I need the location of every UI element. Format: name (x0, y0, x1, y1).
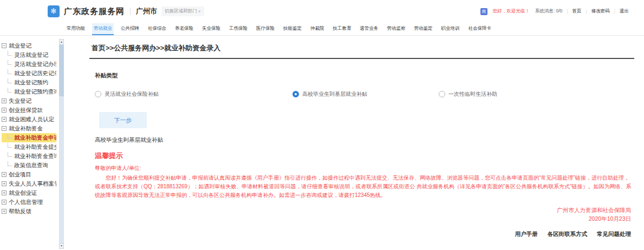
nav-item-7[interactable]: 工伤保险 (227, 23, 249, 35)
footer-link-3[interactable]: 常见问题处理 (597, 231, 631, 237)
sidebar-tree: −就业登记灵活就业登记灵活就业登记办理结果就业登记历史记录就业登记预约就业登记预… (2, 41, 65, 216)
nav-item-4[interactable]: 社保综合 (146, 23, 168, 35)
footer-link-2[interactable]: 各区街联系方式 (548, 231, 588, 237)
nav-item-11[interactable]: 技工教育 (331, 23, 353, 35)
nav-item-16[interactable]: 社会保障卡 (467, 23, 493, 35)
sidebar-item-label: 创业担保贷款 (9, 107, 43, 114)
sidebar-item[interactable]: 就业登记预约 (2, 78, 56, 87)
main-nav: 常用功能劳动就业公共招聘社保综合养老保险失业保险工伤保险医疗保险技能鉴定仲裁院技… (0, 23, 644, 36)
radio-option-1[interactable]: 灵活就业社会保险补贴 (95, 90, 292, 98)
scroll-up-icon[interactable]: ▲ (59, 39, 64, 45)
sidebar-item[interactable]: +失业登记 (2, 96, 56, 106)
sidebar-item[interactable]: 政策信息查询 (2, 161, 56, 170)
nav-item-13[interactable]: 劳动监察 (386, 23, 407, 35)
nav-item-5[interactable]: 养老保险 (173, 23, 195, 35)
current-city: 广州市 (136, 6, 157, 16)
user-avatar[interactable]: 周 (480, 8, 487, 15)
radio-unchecked-icon[interactable] (95, 91, 101, 97)
sidebar-item[interactable]: +个人信息管理 (2, 198, 56, 207)
expand-icon[interactable]: + (2, 108, 6, 113)
scroll-down-icon[interactable]: ▼ (59, 243, 64, 249)
sidebar-item-label: 就业登记历史记录 (14, 70, 56, 77)
sidebar-item-label: 就业补助资金 (9, 125, 43, 133)
nav-item-6[interactable]: 失业保险 (200, 23, 222, 35)
site-title: 广东政务服务网 (64, 6, 125, 17)
sidebar-item-label: 灵活就业登记 (14, 51, 48, 59)
page-body: −就业登记灵活就业登记灵活就业登记办理结果就业登记历史记录就业登记预约就业登记预… (0, 36, 644, 250)
collapse-icon[interactable]: − (2, 126, 6, 131)
expand-icon[interactable]: + (2, 181, 6, 186)
sidebar-item[interactable]: +创业担保贷款 (2, 106, 56, 115)
next-step-button[interactable]: 下一步 (99, 112, 147, 128)
nav-item-10[interactable]: 仲裁院 (309, 23, 326, 35)
sidebar-item-label: 帮助反馈 (9, 208, 31, 215)
sidebar-item[interactable]: 灵活就业登记 (2, 50, 56, 60)
sidebar-item[interactable]: +创业项目 (2, 170, 56, 179)
radio-checked-icon[interactable] (292, 91, 299, 97)
nav-item-8[interactable]: 医疗保险 (255, 23, 276, 35)
site-logo-icon: ✻ (48, 5, 60, 17)
selected-subsidy-text: 高校毕业生到基层就业补贴 (95, 136, 634, 144)
sidebar-item[interactable]: 就业登记预约查询 (2, 87, 56, 96)
radio-unchecked-icon[interactable] (439, 91, 445, 97)
sidebar-item[interactable]: 就业补助资金申请 (2, 133, 56, 142)
home-link[interactable]: 首页 (573, 8, 582, 15)
tree-branch-icon (8, 152, 12, 157)
radio-option-label: 一次性临时生活补助 (448, 90, 497, 98)
collapse-icon[interactable]: − (2, 43, 6, 48)
logout-link[interactable]: 退出 (620, 8, 629, 15)
sidebar-item[interactable]: +就业创业证 (2, 188, 56, 198)
expand-icon[interactable]: + (2, 200, 6, 205)
sidebar-item[interactable]: 就业补助资金提交 (2, 142, 56, 152)
expand-icon[interactable]: + (2, 190, 6, 195)
nav-item-3[interactable]: 公共招聘 (119, 23, 141, 35)
sidebar-item-label: 创业项目 (9, 171, 31, 179)
divider (130, 8, 131, 15)
nav-item-12[interactable]: 退管业务 (359, 23, 380, 35)
sidebar-item-label: 就业登记预约查询 (14, 88, 56, 96)
nav-item-2[interactable]: 劳动就业 (92, 23, 114, 35)
sidebar-item[interactable]: +失业人员人事档案管理 (2, 179, 56, 188)
nav-item-15[interactable]: 职业培训 (440, 23, 461, 35)
divider: | (586, 9, 587, 14)
nav-item-14[interactable]: 劳动鉴定 (413, 23, 434, 35)
notice-signature: 广州市人力资源和社会保障局 2020年10月23日 (89, 206, 634, 223)
change-password-link[interactable]: 修改密码 (591, 8, 610, 15)
radio-option-2[interactable]: 高校毕业生到基层就业补贴 (292, 90, 439, 98)
sidebar-item-label: 就业登记预约 (14, 79, 48, 87)
sidebar-item-label: 灵活就业登记办理结果 (14, 61, 56, 68)
footer-link-1[interactable]: 用户手册 (515, 231, 538, 237)
divider: | (567, 9, 568, 14)
nav-item-1[interactable]: 常用功能 (65, 23, 87, 35)
tree-branch-icon (8, 161, 12, 166)
sidebar-item[interactable]: −就业补助资金 (2, 124, 56, 133)
chevron-down-icon: ∨ (198, 9, 201, 13)
sidebar-item-label: 失业人员人事档案管理 (9, 180, 56, 188)
notice-date: 2020年10月23日 (89, 214, 631, 223)
sidebar-item[interactable]: 就业补助资金查询 (2, 152, 56, 161)
tree-branch-icon (8, 88, 12, 93)
expand-icon[interactable]: + (2, 98, 6, 103)
sidebar-item[interactable]: 就业登记历史记录 (2, 69, 56, 78)
sidebar: −就业登记灵活就业登记灵活就业登记办理结果就业登记历史记录就业登记预约就业登记预… (0, 36, 65, 250)
sidebar-item[interactable]: +就业困难人员认定 (2, 115, 56, 124)
sidebar-scrollbar[interactable]: ▲ ▼ (59, 39, 64, 249)
scrollbar-thumb[interactable] (59, 45, 64, 96)
nav-item-9[interactable]: 技能鉴定 (282, 23, 303, 35)
sidebar-item[interactable]: −就业登记 (2, 41, 56, 50)
sidebar-item[interactable]: 灵活就业登记办理结果 (2, 60, 56, 69)
radio-group: 灵活就业社会保险补贴高校毕业生到基层就业补贴一次性临时生活补助 (95, 90, 634, 98)
tree-branch-icon (8, 143, 12, 148)
sidebar-item-label: 失业登记 (9, 97, 31, 105)
region-switch-dropdown[interactable]: 切换区域和部门∨ (161, 6, 204, 16)
expand-icon[interactable]: + (2, 117, 6, 122)
radio-option-3[interactable]: 一次性临时生活补助 (439, 90, 497, 98)
sidebar-item-label: 就业补助资金提交 (14, 143, 56, 151)
region-switch-label: 切换区域和部门 (165, 8, 197, 14)
sidebar-item[interactable]: +帮助反馈 (2, 207, 56, 216)
system-message[interactable]: 系统消息: 0/0 (535, 8, 563, 15)
radio-option-label: 灵活就业社会保险补贴 (105, 90, 159, 98)
expand-icon[interactable]: + (2, 172, 6, 177)
welcome-text: 您好，欢迎光临！ (493, 8, 530, 15)
expand-icon[interactable]: + (2, 209, 6, 214)
